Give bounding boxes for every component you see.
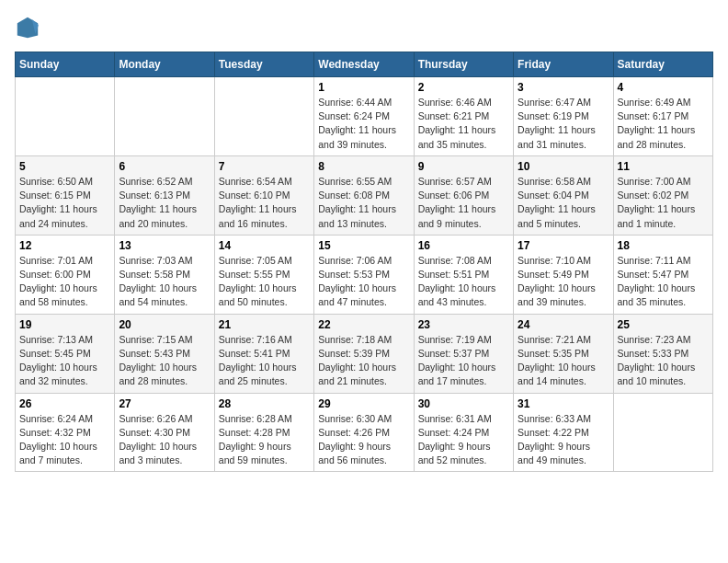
day-number: 23 xyxy=(418,318,509,331)
day-number: 16 xyxy=(418,239,509,252)
day-info: Sunrise: 7:18 AM Sunset: 5:39 PM Dayligh… xyxy=(318,333,409,389)
calendar-cell: 2Sunrise: 6:46 AM Sunset: 6:21 PM Daylig… xyxy=(414,77,513,156)
day-number: 28 xyxy=(219,397,310,410)
day-number: 4 xyxy=(618,81,709,94)
calendar-cell: 15Sunrise: 7:06 AM Sunset: 5:53 PM Dayli… xyxy=(314,235,414,314)
day-info: Sunrise: 7:03 AM Sunset: 5:58 PM Dayligh… xyxy=(119,254,210,310)
day-number: 9 xyxy=(418,160,509,173)
calendar-cell: 24Sunrise: 7:21 AM Sunset: 5:35 PM Dayli… xyxy=(514,314,613,393)
calendar-cell: 7Sunrise: 6:54 AM Sunset: 6:10 PM Daylig… xyxy=(214,155,313,235)
calendar-cell: 23Sunrise: 7:19 AM Sunset: 5:37 PM Dayli… xyxy=(414,314,513,393)
calendar-cell: 4Sunrise: 6:49 AM Sunset: 6:17 PM Daylig… xyxy=(613,77,712,156)
page-header xyxy=(15,15,713,40)
calendar-cell: 22Sunrise: 7:18 AM Sunset: 5:39 PM Dayli… xyxy=(314,314,414,393)
weekday-header-thursday: Thursday xyxy=(414,52,513,77)
day-number: 27 xyxy=(119,397,210,410)
day-number: 18 xyxy=(618,239,709,252)
day-number: 17 xyxy=(518,239,609,252)
day-number: 24 xyxy=(518,318,609,331)
day-info: Sunrise: 6:31 AM Sunset: 4:24 PM Dayligh… xyxy=(418,412,509,468)
day-info: Sunrise: 6:33 AM Sunset: 4:22 PM Dayligh… xyxy=(518,412,609,468)
day-number: 31 xyxy=(518,397,609,410)
calendar-cell xyxy=(115,77,214,156)
day-info: Sunrise: 6:58 AM Sunset: 6:04 PM Dayligh… xyxy=(518,175,609,231)
weekday-header-saturday: Saturday xyxy=(613,52,712,77)
weekday-header-monday: Monday xyxy=(115,52,214,77)
day-info: Sunrise: 6:28 AM Sunset: 4:28 PM Dayligh… xyxy=(219,412,310,468)
weekday-header-sunday: Sunday xyxy=(16,52,115,77)
day-info: Sunrise: 6:46 AM Sunset: 6:21 PM Dayligh… xyxy=(418,96,509,152)
weekday-header-tuesday: Tuesday xyxy=(214,52,313,77)
day-number: 19 xyxy=(19,318,110,331)
day-info: Sunrise: 6:30 AM Sunset: 4:26 PM Dayligh… xyxy=(318,412,409,468)
day-number: 1 xyxy=(318,81,409,94)
calendar-cell: 26Sunrise: 6:24 AM Sunset: 4:32 PM Dayli… xyxy=(16,393,115,472)
day-info: Sunrise: 7:23 AM Sunset: 5:33 PM Dayligh… xyxy=(618,333,709,389)
weekday-header-friday: Friday xyxy=(514,52,613,77)
calendar-cell: 16Sunrise: 7:08 AM Sunset: 5:51 PM Dayli… xyxy=(414,235,513,314)
day-number: 8 xyxy=(318,160,409,173)
day-info: Sunrise: 7:21 AM Sunset: 5:35 PM Dayligh… xyxy=(518,333,609,389)
calendar-cell: 20Sunrise: 7:15 AM Sunset: 5:43 PM Dayli… xyxy=(115,314,214,393)
calendar-cell xyxy=(214,77,313,156)
calendar-cell: 29Sunrise: 6:30 AM Sunset: 4:26 PM Dayli… xyxy=(314,393,414,472)
calendar-cell: 3Sunrise: 6:47 AM Sunset: 6:19 PM Daylig… xyxy=(514,77,613,156)
day-number: 6 xyxy=(119,160,210,173)
day-number: 10 xyxy=(518,160,609,173)
day-info: Sunrise: 7:01 AM Sunset: 6:00 PM Dayligh… xyxy=(19,254,110,310)
calendar-cell: 8Sunrise: 6:55 AM Sunset: 6:08 PM Daylig… xyxy=(314,155,414,235)
weekday-header-wednesday: Wednesday xyxy=(314,52,414,77)
day-info: Sunrise: 6:52 AM Sunset: 6:13 PM Dayligh… xyxy=(119,175,210,231)
calendar-cell: 9Sunrise: 6:57 AM Sunset: 6:06 PM Daylig… xyxy=(414,155,513,235)
day-info: Sunrise: 7:19 AM Sunset: 5:37 PM Dayligh… xyxy=(418,333,509,389)
day-number: 22 xyxy=(318,318,409,331)
day-info: Sunrise: 6:57 AM Sunset: 6:06 PM Dayligh… xyxy=(418,175,509,231)
day-number: 12 xyxy=(19,239,110,252)
calendar-cell: 11Sunrise: 7:00 AM Sunset: 6:02 PM Dayli… xyxy=(613,155,712,235)
day-info: Sunrise: 7:11 AM Sunset: 5:47 PM Dayligh… xyxy=(618,254,709,310)
day-number: 29 xyxy=(318,397,409,410)
calendar-cell xyxy=(613,393,712,472)
calendar-cell: 19Sunrise: 7:13 AM Sunset: 5:45 PM Dayli… xyxy=(16,314,115,393)
calendar-week-3: 12Sunrise: 7:01 AM Sunset: 6:00 PM Dayli… xyxy=(16,235,713,314)
calendar-cell: 5Sunrise: 6:50 AM Sunset: 6:15 PM Daylig… xyxy=(16,155,115,235)
calendar-cell: 25Sunrise: 7:23 AM Sunset: 5:33 PM Dayli… xyxy=(613,314,712,393)
day-number: 15 xyxy=(318,239,409,252)
calendar-week-2: 5Sunrise: 6:50 AM Sunset: 6:15 PM Daylig… xyxy=(16,155,713,235)
calendar-week-5: 26Sunrise: 6:24 AM Sunset: 4:32 PM Dayli… xyxy=(16,393,713,472)
day-info: Sunrise: 7:00 AM Sunset: 6:02 PM Dayligh… xyxy=(618,175,709,231)
day-number: 25 xyxy=(618,318,709,331)
day-info: Sunrise: 6:26 AM Sunset: 4:30 PM Dayligh… xyxy=(119,412,210,468)
day-info: Sunrise: 6:49 AM Sunset: 6:17 PM Dayligh… xyxy=(618,96,709,152)
day-info: Sunrise: 6:24 AM Sunset: 4:32 PM Dayligh… xyxy=(19,412,110,468)
calendar-cell: 30Sunrise: 6:31 AM Sunset: 4:24 PM Dayli… xyxy=(414,393,513,472)
calendar-cell: 21Sunrise: 7:16 AM Sunset: 5:41 PM Dayli… xyxy=(214,314,313,393)
day-info: Sunrise: 7:08 AM Sunset: 5:51 PM Dayligh… xyxy=(418,254,509,310)
calendar-cell: 17Sunrise: 7:10 AM Sunset: 5:49 PM Dayli… xyxy=(514,235,613,314)
day-number: 21 xyxy=(219,318,310,331)
day-info: Sunrise: 7:10 AM Sunset: 5:49 PM Dayligh… xyxy=(518,254,609,310)
day-number: 3 xyxy=(518,81,609,94)
day-number: 7 xyxy=(219,160,310,173)
calendar-cell xyxy=(16,77,115,156)
calendar-week-1: 1Sunrise: 6:44 AM Sunset: 6:24 PM Daylig… xyxy=(16,77,713,156)
calendar-cell: 14Sunrise: 7:05 AM Sunset: 5:55 PM Dayli… xyxy=(214,235,313,314)
logo xyxy=(15,15,44,40)
calendar-cell: 1Sunrise: 6:44 AM Sunset: 6:24 PM Daylig… xyxy=(314,77,414,156)
day-info: Sunrise: 7:05 AM Sunset: 5:55 PM Dayligh… xyxy=(219,254,310,310)
day-number: 11 xyxy=(618,160,709,173)
logo-icon xyxy=(15,15,40,40)
calendar-cell: 28Sunrise: 6:28 AM Sunset: 4:28 PM Dayli… xyxy=(214,393,313,472)
calendar-cell: 27Sunrise: 6:26 AM Sunset: 4:30 PM Dayli… xyxy=(115,393,214,472)
calendar-cell: 10Sunrise: 6:58 AM Sunset: 6:04 PM Dayli… xyxy=(514,155,613,235)
day-number: 20 xyxy=(119,318,210,331)
day-info: Sunrise: 6:50 AM Sunset: 6:15 PM Dayligh… xyxy=(19,175,110,231)
day-number: 26 xyxy=(19,397,110,410)
day-number: 30 xyxy=(418,397,509,410)
calendar-week-4: 19Sunrise: 7:13 AM Sunset: 5:45 PM Dayli… xyxy=(16,314,713,393)
calendar-cell: 18Sunrise: 7:11 AM Sunset: 5:47 PM Dayli… xyxy=(613,235,712,314)
day-number: 5 xyxy=(19,160,110,173)
day-info: Sunrise: 6:55 AM Sunset: 6:08 PM Dayligh… xyxy=(318,175,409,231)
calendar-cell: 12Sunrise: 7:01 AM Sunset: 6:00 PM Dayli… xyxy=(16,235,115,314)
day-info: Sunrise: 7:15 AM Sunset: 5:43 PM Dayligh… xyxy=(119,333,210,389)
